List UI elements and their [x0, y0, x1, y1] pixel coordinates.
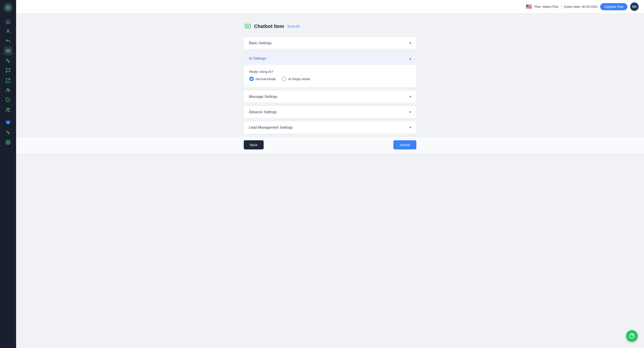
svg-line-7 — [8, 79, 10, 81]
accordion-advance-settings-title: Advance Settings — [249, 110, 277, 114]
sidebar-item-export[interactable] — [4, 76, 12, 85]
back-button[interactable]: Back — [244, 140, 264, 150]
page-header: Chatbot Item Show All — [244, 22, 416, 30]
svg-rect-4 — [6, 49, 10, 52]
accordion-ai-settings: AI Settings ▴ Reply Using AI? Normal Mod… — [244, 52, 416, 88]
svg-point-13 — [7, 131, 8, 133]
sidebar-item-replies[interactable] — [4, 37, 12, 46]
accordion-ai-settings-header[interactable]: AI Settings ▴ — [244, 52, 416, 65]
sidebar — [0, 0, 16, 348]
sidebar-item-campaigns[interactable] — [4, 56, 12, 65]
accordion-ai-settings-title: AI Settings — [249, 56, 266, 60]
svg-point-20 — [248, 25, 249, 26]
form-footer: Back Submit — [16, 137, 644, 153]
svg-point-9 — [8, 89, 10, 90]
chevron-down-icon: ▾ — [410, 41, 411, 45]
chevron-down-icon-lead: ▾ — [410, 125, 411, 130]
reply-using-ai-label: Reply Using AI? — [249, 70, 411, 73]
main-area: 🇺🇸 Plan: Wabot Plus Expire date: 06-09-2… — [16, 0, 644, 348]
sidebar-item-team[interactable] — [4, 105, 12, 114]
ai-settings-body: Reply Using AI? Normal Mode AI Rep — [244, 65, 416, 87]
radio-normal-mode-indicator — [249, 77, 254, 81]
chatbot-item-icon — [244, 22, 252, 30]
expire-date-label: Expire date: 06-09-2025 — [564, 5, 598, 8]
accordion-basic-settings-title: Basic Settings — [249, 41, 272, 45]
content-area: Chatbot Item Show All Basic Settings ▾ A… — [16, 13, 644, 348]
svg-point-6 — [8, 50, 9, 51]
accordion-message-settings-header[interactable]: Message Settings ▾ — [244, 90, 416, 103]
upgrade-plan-button[interactable]: Upgrade Plan — [600, 3, 628, 10]
accordion-lead-management-settings-header[interactable]: Lead Management Settings ▾ — [244, 121, 416, 134]
accordion-message-settings: Message Settings ▾ — [244, 90, 416, 103]
ai-reply-mode-label: AI Reply Mode — [288, 77, 310, 81]
chevron-down-icon-message: ▾ — [410, 94, 411, 99]
sidebar-item-contacts[interactable] — [4, 27, 12, 36]
sidebar-item-tags[interactable] — [4, 96, 12, 105]
accordion-message-settings-title: Message Settings — [249, 95, 277, 99]
ai-reply-radio-group: Normal Mode AI Reply Mode — [249, 77, 411, 81]
radio-ai-reply-mode-indicator — [282, 77, 286, 81]
sidebar-item-chatbot[interactable] — [4, 46, 12, 55]
topbar: 🇺🇸 Plan: Wabot Plus Expire date: 06-09-2… — [16, 0, 644, 13]
svg-point-2 — [8, 8, 9, 8]
chevron-down-icon-advance: ▾ — [410, 110, 411, 114]
accordion-basic-settings-header[interactable]: Basic Settings ▾ — [244, 37, 416, 49]
content-inner: Chatbot Item Show All Basic Settings ▾ A… — [238, 22, 422, 134]
avatar: NU — [630, 2, 639, 11]
accordion-lead-management-settings: Lead Management Settings ▾ — [244, 121, 416, 134]
svg-point-1 — [7, 8, 8, 8]
sidebar-item-settings[interactable] — [4, 138, 12, 147]
sidebar-item-integrations[interactable] — [4, 128, 12, 137]
plan-label: Plan: Wabot Plus — [534, 5, 558, 8]
radio-option-ai-reply-mode[interactable]: AI Reply Mode — [282, 77, 310, 81]
accordion-advance-settings-header[interactable]: Advance Settings ▾ — [244, 106, 416, 118]
accordion-advance-settings: Advance Settings ▾ — [244, 106, 416, 118]
accordion-lead-management-settings-title: Lead Management Settings — [249, 126, 293, 130]
svg-point-14 — [8, 133, 10, 134]
show-all-link[interactable]: Show All — [287, 24, 299, 28]
svg-point-8 — [7, 89, 8, 90]
app-logo[interactable] — [3, 3, 13, 12]
sidebar-item-messages[interactable] — [4, 66, 12, 75]
submit-button[interactable]: Submit — [393, 140, 416, 150]
flag-icon: 🇺🇸 — [526, 4, 532, 9]
sidebar-item-groups[interactable] — [4, 86, 12, 95]
svg-point-3 — [7, 30, 9, 31]
topbar-divider — [561, 4, 561, 9]
sidebar-item-home[interactable] — [4, 17, 12, 26]
sidebar-item-favorites[interactable] — [4, 118, 12, 127]
svg-line-15 — [8, 132, 8, 133]
svg-rect-17 — [245, 24, 250, 28]
chevron-up-icon: ▴ — [410, 56, 411, 60]
form-footer-inner: Back Submit — [238, 140, 422, 150]
accordion-basic-settings: Basic Settings ▾ — [244, 37, 416, 49]
radio-option-normal-mode[interactable]: Normal Mode — [249, 77, 276, 81]
svg-point-5 — [7, 50, 8, 51]
radio-inner-dot — [251, 78, 252, 80]
svg-point-12 — [8, 108, 10, 110]
help-button[interactable] — [626, 330, 638, 342]
svg-point-0 — [6, 5, 10, 10]
svg-point-11 — [7, 108, 8, 110]
svg-point-19 — [246, 25, 247, 26]
sidebar-divider — [4, 116, 12, 116]
page-title: Chatbot Item — [254, 23, 284, 29]
normal-mode-label: Normal Mode — [256, 77, 276, 81]
svg-point-16 — [8, 142, 9, 143]
